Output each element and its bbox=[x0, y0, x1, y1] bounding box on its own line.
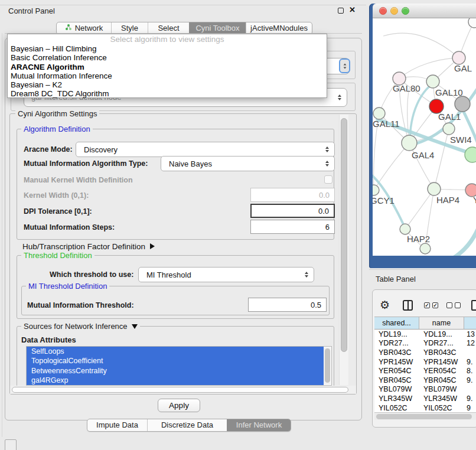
threshold-definition-title: Threshold Definition bbox=[21, 251, 94, 260]
window-minimize-icon[interactable] bbox=[390, 7, 398, 15]
network-node[interactable] bbox=[455, 96, 470, 112]
settings-vertical-scrollbar[interactable] bbox=[339, 115, 348, 385]
aracne-mode-combo[interactable]: Discovery bbox=[76, 142, 335, 157]
settings-vscroll-thumb[interactable] bbox=[341, 118, 347, 352]
table-row[interactable]: YDL19...YDL19...13 bbox=[374, 330, 476, 339]
manual-kernel-width-checkbox[interactable] bbox=[324, 175, 332, 184]
kernel-width-label: Kernel Width (0,1): bbox=[24, 191, 89, 200]
network-node[interactable] bbox=[420, 243, 431, 254]
window-zoom-icon[interactable] bbox=[402, 7, 409, 15]
mi-threshold-definition-title: MI Threshold Definition bbox=[26, 282, 109, 291]
mi-algorithm-type-combo[interactable]: Naive Bayes bbox=[161, 156, 335, 171]
table-settings-gear-icon[interactable]: ⚙ bbox=[380, 299, 390, 311]
table-cell: YDL19... bbox=[419, 330, 464, 338]
attribute-list-item[interactable]: BetweennessCentrality bbox=[27, 366, 324, 376]
network-node[interactable] bbox=[452, 51, 465, 64]
tab-jactivemnodules[interactable]: jActiveMNodules bbox=[246, 22, 312, 34]
network-node-label: GAL10 bbox=[435, 87, 463, 97]
collapsed-panel-grip[interactable] bbox=[5, 439, 17, 450]
bottom-tabs: Impute Data Discretize Data Infer Networ… bbox=[87, 419, 291, 432]
kernel-width-field[interactable]: 0.0 bbox=[250, 188, 335, 202]
close-panel-icon[interactable]: ✕ bbox=[349, 5, 356, 14]
tab-network-label: Network bbox=[75, 22, 103, 34]
tab-discretize-data-label: Discretize Data bbox=[161, 419, 213, 431]
float-panel-icon[interactable] bbox=[338, 8, 344, 14]
table-row[interactable]: YBR043CYBR043C bbox=[374, 348, 476, 357]
algorithm-dropdown-popup: Select algorithm to view settings Bayesi… bbox=[7, 34, 327, 98]
dpi-tolerance-field[interactable]: 0.0 bbox=[250, 204, 335, 218]
table-row[interactable]: YDR27...YDR27...12 bbox=[374, 339, 476, 348]
checked-box-icon: ✓ bbox=[424, 302, 430, 308]
attributes-scrollbar[interactable] bbox=[324, 347, 331, 384]
table-row[interactable]: YBR045CYBR045C9. bbox=[374, 376, 476, 385]
network-node[interactable] bbox=[468, 18, 476, 28]
table-cell: YIL052C bbox=[419, 404, 464, 412]
expand-right-icon[interactable] bbox=[150, 243, 155, 249]
mi-threshold-field[interactable]: 0.5 bbox=[248, 298, 327, 312]
export-table-icon[interactable] bbox=[471, 300, 476, 311]
algorithm-select-combo-button[interactable] bbox=[339, 58, 350, 73]
table-row[interactable]: YLR345WYLR345W9. bbox=[374, 394, 476, 403]
tab-select[interactable]: Select bbox=[148, 22, 189, 34]
data-attributes-list[interactable]: SelfLoopsTopologicalCoefficientBetweenne… bbox=[26, 346, 332, 386]
which-threshold-combo[interactable]: MI Threshold bbox=[138, 267, 314, 282]
tab-impute-data[interactable]: Impute Data bbox=[87, 419, 147, 431]
table-hscroll-thumb[interactable] bbox=[376, 414, 472, 419]
table-row[interactable]: YBL079WYBL079W bbox=[374, 385, 476, 394]
which-threshold-value: MI Threshold bbox=[146, 270, 191, 279]
apply-button-label: Apply bbox=[169, 401, 189, 410]
tab-infer-network[interactable]: Infer Network bbox=[227, 419, 291, 431]
network-node[interactable] bbox=[426, 75, 439, 88]
table-cell: 13 bbox=[464, 330, 476, 338]
tab-discretize-data[interactable]: Discretize Data bbox=[147, 419, 227, 431]
network-node[interactable] bbox=[428, 182, 441, 195]
algorithm-option[interactable]: Mutual Information Inference bbox=[8, 71, 327, 80]
sources-title-row[interactable]: Sources for Network Inference bbox=[21, 322, 140, 331]
algorithm-option[interactable]: Basic Correlation Inference bbox=[8, 53, 327, 62]
network-node[interactable] bbox=[373, 107, 385, 119]
collapse-down-icon[interactable] bbox=[132, 324, 138, 329]
network-node[interactable] bbox=[373, 185, 379, 195]
attribute-list-item[interactable]: TopologicalCoefficient bbox=[27, 356, 324, 366]
settings-hscroll-thumb[interactable] bbox=[12, 387, 348, 393]
network-node-label: SWI4 bbox=[450, 135, 472, 145]
network-node[interactable] bbox=[402, 135, 417, 151]
network-window-titlebar[interactable] bbox=[373, 4, 476, 18]
mi-steps-field[interactable]: 6 bbox=[250, 220, 335, 234]
split-columns-icon[interactable] bbox=[403, 300, 413, 311]
settings-horizontal-scrollbar[interactable] bbox=[10, 386, 356, 394]
column-header-partial[interactable] bbox=[464, 317, 476, 329]
tab-network[interactable]: Network bbox=[57, 22, 111, 34]
tab-impute-data-label: Impute Data bbox=[96, 419, 138, 431]
tab-style[interactable]: Style bbox=[111, 22, 148, 34]
network-node[interactable] bbox=[465, 147, 476, 162]
table-row[interactable]: YER054CYER054C8. bbox=[374, 366, 476, 376]
mi-steps-value: 6 bbox=[325, 223, 330, 231]
attribute-list-item[interactable]: SelfLoops bbox=[27, 347, 324, 356]
window-close-icon[interactable] bbox=[379, 7, 387, 15]
column-header-name[interactable]: name bbox=[419, 317, 464, 329]
tab-cyni-toolbox[interactable]: Cyni Toolbox bbox=[189, 22, 246, 34]
attribute-list-item[interactable]: gal4RGexp bbox=[27, 376, 324, 385]
algorithm-option[interactable]: Dream8 DC_TDC Algorithm bbox=[8, 89, 327, 98]
apply-button[interactable]: Apply bbox=[158, 399, 200, 412]
network-node[interactable] bbox=[443, 123, 455, 135]
which-threshold-label: Which threshold to use: bbox=[50, 270, 133, 279]
algorithm-option[interactable]: Bayesian – K2 bbox=[8, 80, 327, 89]
attributes-scrollbar-thumb[interactable] bbox=[325, 348, 330, 383]
algorithm-option[interactable]: Bayesian – Hill Climbing bbox=[8, 44, 327, 53]
table-row[interactable]: YPR145WYPR145W9. bbox=[374, 357, 476, 367]
algorithm-option[interactable]: ARACNE Algorithm bbox=[8, 63, 327, 71]
table-data-combo-arrows-icon bbox=[338, 94, 341, 100]
show-columns-icon[interactable]: ✓ ✓ bbox=[424, 302, 438, 308]
hub-definition-row[interactable]: Hub/Transcription Factor Definition bbox=[22, 241, 155, 252]
hide-columns-icon[interactable] bbox=[446, 302, 461, 308]
table-cell: YBL079W bbox=[419, 385, 464, 393]
network-node[interactable] bbox=[400, 224, 410, 234]
table-row[interactable]: YIL052CYIL052C9 bbox=[374, 403, 476, 412]
network-edge bbox=[383, 33, 459, 58]
column-header-shared-name[interactable]: shared... bbox=[374, 317, 419, 329]
table-horizontal-scrollbar[interactable] bbox=[374, 412, 476, 420]
algorithm-dropdown-list: Bayesian – Hill ClimbingBasic Correlatio… bbox=[8, 44, 327, 99]
network-view[interactable]: GALGAL80GAL10GAL1SWI4GAL11GAL4GCY1HAP4YH… bbox=[373, 18, 476, 256]
